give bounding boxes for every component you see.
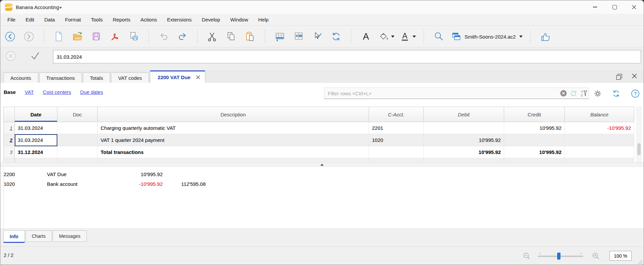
cut-button[interactable]: [205, 30, 219, 44]
refresh-view-button[interactable]: [612, 89, 621, 98]
column-header-balance[interactable]: Balance: [565, 107, 634, 122]
menu-extensions[interactable]: Extensions: [162, 17, 197, 22]
undo-button[interactable]: [157, 30, 171, 44]
scrollbar-thumb[interactable]: [637, 143, 641, 155]
cell-cacct[interactable]: 1020: [369, 134, 424, 146]
cell-balance[interactable]: [565, 134, 634, 146]
cell-cacct[interactable]: 2201: [369, 122, 424, 134]
cell-date[interactable]: 31.03.2024: [15, 122, 57, 134]
tab-totals[interactable]: Totals: [83, 72, 110, 83]
cell-description[interactable]: Charging quarterly automatic VAT: [98, 122, 369, 134]
edit-mode-button[interactable]: [310, 30, 324, 44]
zoom-out-button[interactable]: [523, 252, 531, 260]
recalculate-button[interactable]: [329, 30, 343, 44]
menu-reports[interactable]: Reports: [108, 17, 136, 22]
cell-description[interactable]: Total transactions: [98, 146, 369, 158]
view-base[interactable]: Base: [4, 89, 16, 95]
view-due-dates[interactable]: Due dates: [80, 89, 103, 95]
menu-help[interactable]: Help: [253, 17, 274, 22]
column-header-credit[interactable]: Credit: [504, 107, 565, 122]
slider-handle[interactable]: [557, 253, 560, 260]
table-settings-button[interactable]: [593, 89, 602, 98]
accept-edit-button[interactable]: [29, 51, 41, 61]
cell-balance[interactable]: [565, 146, 634, 158]
pane-splitter[interactable]: [0, 162, 644, 167]
cell-balance[interactable]: -10'995.92: [565, 122, 634, 134]
text-style-button[interactable]: A: [359, 30, 373, 44]
paste-button[interactable]: [243, 30, 257, 44]
row-number[interactable]: 1: [4, 122, 15, 134]
menu-format[interactable]: Format: [60, 17, 86, 22]
zoom-slider[interactable]: [538, 252, 583, 260]
cell-credit[interactable]: 10'995.92: [504, 146, 565, 158]
zoom-in-button[interactable]: [592, 252, 600, 260]
view-cost-centers[interactable]: Cost centers: [43, 89, 71, 95]
view-vat[interactable]: VAT: [25, 89, 34, 95]
row-number[interactable]: 2: [4, 134, 15, 146]
cell-debit[interactable]: [424, 122, 504, 134]
refresh-filter-button[interactable]: [569, 88, 579, 98]
tab-charts[interactable]: Charts: [25, 230, 52, 242]
close-view-button[interactable]: [632, 73, 637, 79]
tab-2200-vat-due[interactable]: 2200 VAT Due: [150, 70, 205, 83]
tab-accounts[interactable]: Accounts: [3, 72, 38, 83]
menu-file[interactable]: File: [2, 17, 20, 22]
detach-view-button[interactable]: [615, 73, 623, 81]
column-header-doc[interactable]: Doc: [57, 107, 98, 122]
minimize-button[interactable]: [585, 0, 605, 14]
column-header-description[interactable]: Description: [98, 107, 369, 122]
tab-messages[interactable]: Messages: [53, 230, 87, 242]
tab-vat-codes[interactable]: VAT codes: [111, 72, 149, 83]
search-button[interactable]: [432, 30, 446, 44]
cell-date-selected[interactable]: 31.03.2024: [15, 134, 57, 146]
cell-credit[interactable]: 10'995.92: [504, 122, 565, 134]
menu-develop[interactable]: Develop: [197, 17, 225, 22]
redo-button[interactable]: [175, 30, 190, 44]
column-header-date[interactable]: Date: [15, 107, 57, 122]
cell-doc[interactable]: [57, 122, 98, 134]
new-file-button[interactable]: [52, 30, 66, 44]
menu-window[interactable]: Window: [225, 17, 253, 22]
nav-back-button[interactable]: [3, 30, 17, 44]
cancel-edit-button[interactable]: [5, 50, 16, 62]
save-button[interactable]: [89, 30, 103, 44]
cell-debit[interactable]: 10'995.92: [424, 146, 504, 158]
row-number-header[interactable]: [4, 107, 15, 122]
menu-edit[interactable]: Edit: [20, 17, 39, 22]
insert-rows-button[interactable]: [273, 30, 287, 44]
help-button[interactable]: ?: [631, 89, 640, 98]
cell-cacct[interactable]: [369, 146, 424, 158]
vertical-scrollbar[interactable]: [637, 107, 641, 162]
nav-forward-button[interactable]: [22, 30, 36, 44]
column-header-cacct[interactable]: C-Acct.: [369, 107, 424, 122]
zoom-level-field[interactable]: 100 %: [609, 251, 632, 261]
menu-data[interactable]: Data: [39, 17, 60, 22]
clear-filter-button[interactable]: [558, 88, 569, 98]
font-color-button[interactable]: A: [399, 31, 416, 43]
cell-description[interactable]: VAT 1 quarter 2024 payment: [98, 134, 369, 146]
close-button[interactable]: [624, 0, 644, 14]
cell-editor-input[interactable]: [53, 50, 641, 63]
tab-transactions[interactable]: Transactions: [39, 72, 82, 83]
maximize-button[interactable]: [605, 0, 624, 14]
row-number[interactable]: 3: [4, 146, 15, 158]
insert-columns-button[interactable]: [291, 30, 306, 44]
fill-color-button[interactable]: [378, 31, 394, 43]
menu-actions[interactable]: Actions: [136, 17, 162, 22]
tab-close-icon[interactable]: [196, 75, 200, 80]
cell-date[interactable]: 31.12.2024: [15, 146, 57, 158]
slider-track[interactable]: [538, 256, 583, 257]
cell-doc[interactable]: [57, 134, 98, 146]
cell-credit[interactable]: [504, 134, 565, 146]
like-button[interactable]: [538, 30, 552, 44]
window-resize-grip[interactable]: [637, 259, 643, 264]
cell-doc[interactable]: [57, 146, 98, 158]
column-header-debit[interactable]: Debit: [424, 107, 504, 122]
file-selector[interactable]: Smith-Soons-2024.ac2: [450, 31, 523, 42]
copy-button[interactable]: [224, 30, 238, 44]
menu-tools[interactable]: Tools: [86, 17, 108, 22]
filter-rows-input[interactable]: [324, 91, 558, 96]
print-button[interactable]: [127, 30, 141, 44]
pdf-export-button[interactable]: [108, 30, 122, 44]
open-file-button[interactable]: [70, 30, 85, 44]
